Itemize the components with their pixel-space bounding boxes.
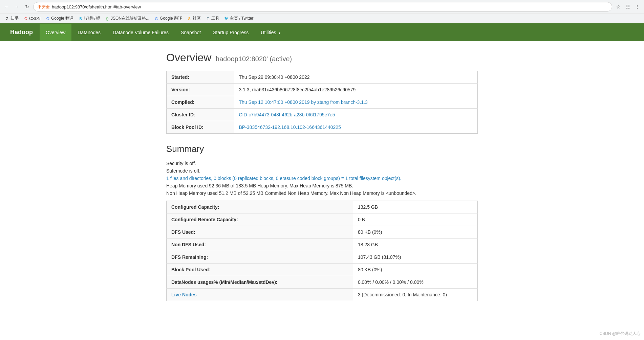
forward-button[interactable]: → (13, 3, 21, 11)
started-value: Thu Sep 29 09:30:40 +0800 2022 (234, 71, 478, 84)
bookmark-twitter[interactable]: 🐦 主页 / Twitter (222, 15, 255, 22)
table-row-block-pool-id: Block Pool ID: BP-383546732-192.168.10.1… (167, 121, 478, 134)
main-nav: Hadoop Overview Datanodes Datanode Volum… (0, 23, 644, 41)
community-icon: S (187, 16, 192, 21)
bookmark-json[interactable]: {} JSON在线解析及格... (103, 15, 151, 22)
nav-link-snapshot[interactable]: Snapshot (175, 24, 207, 41)
browser-chrome: ← → ↻ 不安全 hadoop102:9870/dfshealth.html#… (0, 0, 644, 23)
datanodes-usages-label: DataNodes usages% (Min/Median/Max/stdDev… (167, 276, 353, 289)
browser-toolbar: ← → ↻ 不安全 hadoop102:9870/dfshealth.html#… (0, 0, 644, 14)
started-label: Started: (167, 71, 234, 84)
nav-link-overview[interactable]: Overview (40, 24, 71, 41)
table-row-cluster-id: Cluster ID: CID-c7b94473-048f-462b-a28b-… (167, 109, 478, 121)
block-pool-used-value: 80 KB (0%) (353, 264, 478, 276)
compiled-value[interactable]: Thu Sep 12 10:47:00 +0800 2019 by ztang … (234, 96, 478, 109)
bookmark-button[interactable]: ☆ (614, 3, 622, 11)
configured-capacity-value: 132.5 GB (353, 201, 478, 213)
reload-button[interactable]: ↻ (23, 3, 31, 11)
table-row-block-pool-used: Block Pool Used: 80 KB (0%) (167, 264, 478, 276)
live-nodes-label[interactable]: Live Nodes (167, 289, 353, 301)
main-content: Overview 'hadoop102:8020' (active) Start… (159, 41, 485, 321)
bookmark-google-label-2: Google 翻译 (160, 16, 182, 21)
dfs-remaining-label: DFS Remaining: (167, 251, 353, 264)
twitter-icon: 🐦 (224, 16, 229, 21)
browser-actions: ☆ ☷ ⋮ (614, 3, 641, 11)
bookmark-zhihu[interactable]: Z 知乎 (3, 15, 21, 22)
bookmark-tools[interactable]: T 工具 (203, 15, 221, 22)
bookmark-google-translate-2[interactable]: G Google 翻译 (152, 15, 184, 22)
summary-notes: Security is off. Safemode is off. 1 file… (166, 161, 478, 196)
bookmark-zhihu-label: 知乎 (10, 16, 19, 21)
dfs-remaining-value: 107.43 GB (81.07%) (353, 251, 478, 264)
non-dfs-used-label: Non DFS Used: (167, 239, 353, 251)
url-text: hadoop102:9870/dfshealth.html#tab-overvi… (52, 4, 141, 9)
table-row-started: Started: Thu Sep 29 09:30:40 +0800 2022 (167, 71, 478, 84)
nonheap-text: Non Heap Memory used 51.2 MB of 52.25 MB… (166, 190, 478, 196)
overview-table: Started: Thu Sep 29 09:30:40 +0800 2022 … (166, 71, 478, 134)
nav-link-utilities[interactable]: Utilities ▾ (255, 24, 286, 41)
cluster-id-value[interactable]: CID-c7b94473-048f-462b-a28b-0f6f1795e7e5 (234, 109, 478, 121)
nav-item-utilities[interactable]: Utilities ▾ (255, 24, 286, 41)
compiled-label: Compiled: (167, 96, 234, 109)
bookmark-tools-label: 工具 (211, 16, 219, 21)
google-icon-1: G (45, 16, 50, 21)
bookmark-bilibili-label: 哔哩哔哩 (84, 16, 100, 21)
address-bar[interactable]: 不安全 hadoop102:9870/dfshealth.html#tab-ov… (33, 2, 612, 12)
block-pool-id-value[interactable]: BP-383546732-192.168.10.102-166436144022… (234, 121, 478, 134)
overview-title: Overview 'hadoop102:8020' (active) (166, 51, 478, 64)
version-value: 3.1.3, rba631c436b806728f8ec2f54ab1e2895… (234, 84, 478, 96)
configured-capacity-label: Configured Capacity: (167, 201, 353, 213)
security-warning: 不安全 (38, 4, 50, 10)
table-row-compiled: Compiled: Thu Sep 12 10:47:00 +0800 2019… (167, 96, 478, 109)
table-row-non-dfs-used: Non DFS Used: 18.28 GB (167, 239, 478, 251)
summary-title: Summary (166, 144, 478, 157)
block-pool-id-label: Block Pool ID: (167, 121, 234, 134)
block-pool-used-label: Block Pool Used: (167, 264, 353, 276)
nav-link-datanode-volume-failures[interactable]: Datanode Volume Failures (107, 24, 175, 41)
bilibili-icon: B (78, 16, 83, 21)
bookmark-bilibili[interactable]: B 哔哩哔哩 (76, 15, 102, 22)
dfs-used-label: DFS Used: (167, 226, 353, 239)
bookmark-community[interactable]: S 社区 (185, 15, 203, 22)
summary-section: Summary Security is off. Safemode is off… (166, 144, 478, 301)
bookmark-community-label: 社区 (193, 16, 201, 21)
configured-remote-capacity-value: 0 B (353, 213, 478, 226)
nav-item-startup-progress[interactable]: Startup Progress (207, 24, 255, 41)
nav-item-datanode-volume-failures[interactable]: Datanode Volume Failures (107, 24, 175, 41)
table-row-datanodes-usages: DataNodes usages% (Min/Median/Max/stdDev… (167, 276, 478, 289)
bookmark-twitter-label: 主页 / Twitter (230, 16, 253, 21)
table-row-live-nodes: Live Nodes 3 (Decommissioned: 0, In Main… (167, 289, 478, 301)
bookmark-google-translate-1[interactable]: G Google 翻译 (43, 15, 76, 22)
live-nodes-value: 3 (Decommissioned: 0, In Maintenance: 0) (353, 289, 478, 301)
table-row-configured-remote-capacity: Configured Remote Capacity: 0 B (167, 213, 478, 226)
safemode-text: Safemode is off. (166, 168, 478, 174)
bookmark-json-label: JSON在线解析及格... (111, 16, 149, 21)
nav-item-overview[interactable]: Overview (40, 24, 71, 41)
nav-link-startup-progress[interactable]: Startup Progress (207, 24, 255, 41)
datanodes-usages-value: 0.00% / 0.00% / 0.00% / 0.00% (353, 276, 478, 289)
version-label: Version: (167, 84, 234, 96)
table-row-version: Version: 3.1.3, rba631c436b806728f8ec2f5… (167, 84, 478, 96)
filesystem-text[interactable]: 1 files and directories, 0 blocks (0 rep… (166, 176, 478, 181)
nav-items: Overview Datanodes Datanode Volume Failu… (40, 24, 286, 41)
configured-remote-capacity-label: Configured Remote Capacity: (167, 213, 353, 226)
csdn-icon: C (23, 16, 28, 21)
back-button[interactable]: ← (3, 3, 11, 11)
table-row-dfs-remaining: DFS Remaining: 107.43 GB (81.07%) (167, 251, 478, 264)
overview-subtitle: 'hadoop102:8020' (active) (214, 55, 292, 63)
zhihu-icon: Z (5, 16, 9, 21)
nav-item-snapshot[interactable]: Snapshot (175, 24, 207, 41)
non-dfs-used-value: 18.28 GB (353, 239, 478, 251)
utilities-label: Utilities (261, 30, 276, 35)
nav-brand[interactable]: Hadoop (3, 23, 40, 41)
summary-table: Configured Capacity: 132.5 GB Configured… (166, 201, 478, 301)
bookmark-csdn-label: CSDN (29, 16, 41, 21)
profile-button[interactable]: ☷ (624, 3, 632, 11)
menu-button[interactable]: ⋮ (633, 3, 641, 11)
dfs-used-value: 80 KB (0%) (353, 226, 478, 239)
tools-icon: T (206, 16, 210, 21)
nav-item-datanodes[interactable]: Datanodes (71, 24, 107, 41)
bookmark-csdn[interactable]: C CSDN (21, 16, 43, 22)
nav-link-datanodes[interactable]: Datanodes (71, 24, 107, 41)
overview-section: Overview 'hadoop102:8020' (active) Start… (166, 51, 478, 134)
